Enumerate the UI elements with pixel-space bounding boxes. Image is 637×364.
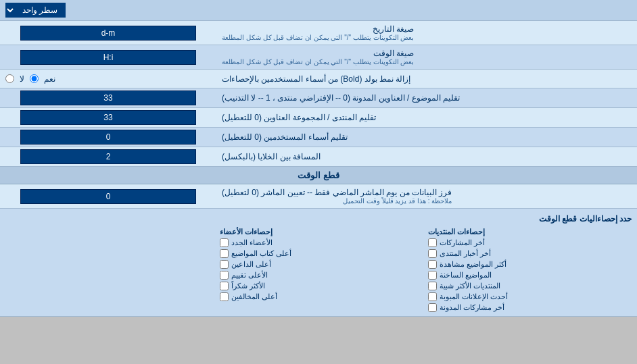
checkbox-similar-forums-input[interactable] bbox=[428, 282, 437, 290]
date-format-input[interactable] bbox=[20, 26, 196, 41]
checkbox-hot-topics: المواضيع الساخنة bbox=[428, 271, 626, 280]
checkbox-most-thanked-input[interactable] bbox=[220, 282, 229, 290]
checkbox-last-posts: أخر المشاركات bbox=[428, 238, 626, 247]
checkbox-top-writers-input[interactable] bbox=[220, 249, 229, 258]
realtime-header: قطع الوقت bbox=[0, 167, 637, 184]
bold-remove-row: إزالة نمط بولد (Bold) من أسماء المستخدمي… bbox=[0, 70, 637, 88]
bold-no-label: لا bbox=[20, 74, 24, 84]
display-mode-select[interactable]: سطر واحد bbox=[5, 3, 66, 18]
cell-spacing-row: المسافة بين الخلايا (بالبكسل) bbox=[0, 147, 637, 167]
display-mode-row: سطر واحد bbox=[0, 0, 637, 21]
forum-topic-label: تقليم المنتدى / المجموعة العناوين (0 للت… bbox=[216, 108, 637, 127]
checkbox-most-thanked: الأكثر شكراً bbox=[220, 282, 418, 290]
usernames-label: تقليم أسماء المستخدمين (0 للتعطيل) bbox=[216, 128, 637, 147]
checkboxes-title: حدد إحصاءاليات قطع الوقت bbox=[5, 211, 632, 226]
checkboxes-grid: إحصاءات المنتديات أخر المشاركات أخر أخبا… bbox=[5, 226, 632, 313]
realtime-field-input[interactable] bbox=[20, 189, 196, 204]
checkbox-top-inviters-input[interactable] bbox=[220, 260, 229, 269]
forum-topic-input[interactable] bbox=[20, 110, 196, 125]
cell-spacing-input[interactable] bbox=[20, 149, 196, 164]
checkbox-blog-posts-input[interactable] bbox=[428, 303, 437, 312]
members-stats-col: إحصاءات الأعضاء الأعضاء الجدد أعلى كتاب … bbox=[214, 226, 423, 313]
checkbox-new-members-input[interactable] bbox=[220, 238, 229, 247]
checkbox-most-viewed: أكثر المواضيع مشاهدة bbox=[428, 260, 626, 269]
empty-col bbox=[5, 226, 214, 313]
checkbox-top-inviters: أعلى الداعين bbox=[220, 260, 418, 269]
checkbox-top-rated-input[interactable] bbox=[220, 271, 229, 280]
usernames-row: تقليم أسماء المستخدمين (0 للتعطيل) bbox=[0, 128, 637, 147]
usernames-input-cell bbox=[0, 128, 216, 147]
cell-spacing-label: المسافة بين الخلايا (بالبكسل) bbox=[216, 147, 637, 166]
topic-subject-input-cell bbox=[0, 88, 216, 107]
checkbox-forum-news: أخر أخبار المنتدى bbox=[428, 249, 626, 258]
realtime-field-row: فرز البيانات من يوم الماشر الماضي فقط --… bbox=[0, 184, 637, 209]
checkbox-top-violators-input[interactable] bbox=[220, 292, 229, 301]
date-format-input-cell bbox=[0, 21, 216, 45]
checkbox-forum-news-input[interactable] bbox=[428, 249, 437, 258]
bold-no-radio[interactable] bbox=[5, 74, 14, 83]
forum-topic-input-cell bbox=[0, 108, 216, 127]
time-format-input[interactable] bbox=[20, 50, 196, 65]
checkbox-top-violators: أعلى المخالفين bbox=[220, 292, 418, 301]
bold-yes-label: نعم bbox=[44, 74, 55, 84]
checkbox-last-posts-input[interactable] bbox=[428, 238, 437, 247]
checkbox-classified-ads: أحدث الإعلانات المبوبة bbox=[428, 292, 626, 301]
main-container: سطر واحد صيغة التاريخ بعض التكوينات يتطل… bbox=[0, 0, 637, 317]
col1-title: إحصاءات المنتديات bbox=[428, 228, 626, 236]
checkbox-most-viewed-input[interactable] bbox=[428, 260, 437, 269]
realtime-field-label: فرز البيانات من يوم الماشر الماضي فقط --… bbox=[216, 184, 637, 208]
bold-remove-label: إزالة نمط بولد (Bold) من أسماء المستخدمي… bbox=[216, 70, 637, 88]
bold-remove-options: نعم لا bbox=[0, 70, 216, 88]
realtime-field-input-cell bbox=[0, 184, 216, 208]
forum-topic-row: تقليم المنتدى / المجموعة العناوين (0 للت… bbox=[0, 108, 637, 128]
topic-subject-input[interactable] bbox=[20, 90, 196, 105]
topic-subject-row: تقليم الموضوع / العناوين المدونة (0 -- ا… bbox=[0, 88, 637, 108]
col2-title: إحصاءات الأعضاء bbox=[220, 228, 418, 236]
checkbox-similar-forums: المنتديات الأكثر شبية bbox=[428, 282, 626, 290]
checkbox-top-rated: الأعلى تقييم bbox=[220, 271, 418, 280]
checkbox-hot-topics-input[interactable] bbox=[428, 271, 437, 280]
checkbox-classified-ads-input[interactable] bbox=[428, 292, 437, 301]
cell-spacing-input-cell bbox=[0, 147, 216, 166]
topic-subject-label: تقليم الموضوع / العناوين المدونة (0 -- ا… bbox=[216, 88, 637, 107]
usernames-input[interactable] bbox=[20, 130, 196, 145]
time-format-label: صيغة الوقت بعض التكوينات يتطلب "/" التي … bbox=[216, 45, 637, 69]
time-format-row: صيغة الوقت بعض التكوينات يتطلب "/" التي … bbox=[0, 45, 637, 70]
time-format-input-cell bbox=[0, 45, 216, 69]
checkbox-top-writers: أعلى كتاب المواضيع bbox=[220, 249, 418, 258]
checkbox-blog-posts: أخر مشاركات المدونة bbox=[428, 303, 626, 312]
forums-stats-col: إحصاءات المنتديات أخر المشاركات أخر أخبا… bbox=[423, 226, 632, 313]
checkboxes-section: حدد إحصاءاليات قطع الوقت إحصاءات المنتدي… bbox=[0, 209, 637, 317]
bold-yes-radio[interactable] bbox=[30, 74, 39, 83]
checkbox-new-members: الأعضاء الجدد bbox=[220, 238, 418, 247]
date-format-label: صيغة التاريخ بعض التكوينات يتطلب "/" الت… bbox=[216, 21, 637, 45]
date-format-row: صيغة التاريخ بعض التكوينات يتطلب "/" الت… bbox=[0, 21, 637, 45]
